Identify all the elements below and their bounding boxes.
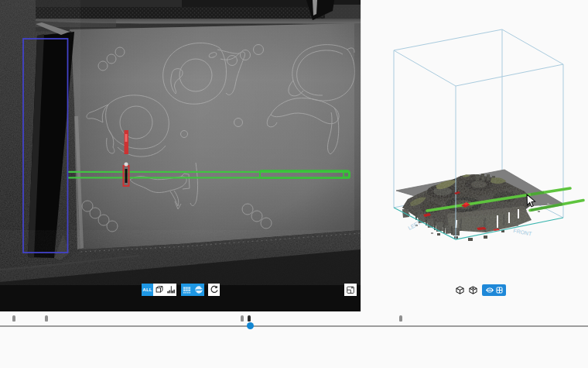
svg-text:FRONT: FRONT xyxy=(513,228,533,237)
